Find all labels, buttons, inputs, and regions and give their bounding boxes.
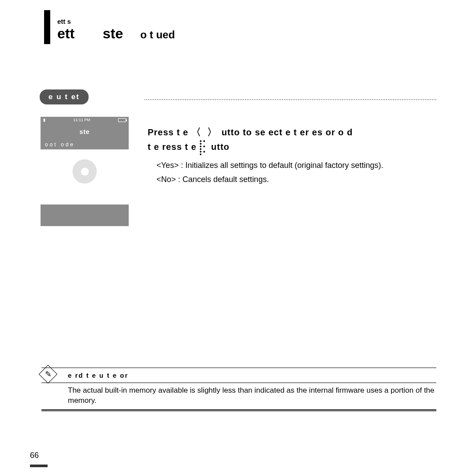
note-block: ✎ e rd t e u t e or The actual built-in … <box>41 368 436 411</box>
option-yes: <Yes> : Initializes all settings to defa… <box>156 159 436 173</box>
section-pill: e u t et <box>40 89 89 104</box>
note-title: e rd t e u t e or <box>41 368 436 383</box>
grid-button-icon: ● ● ●● ● ●● ● ● <box>200 140 208 156</box>
instruction-line2-pre: t e ress t e <box>148 142 200 152</box>
signal-icon: ▮ <box>43 118 45 122</box>
section-dots <box>145 99 436 100</box>
note-body: The actual built-in memory available is … <box>41 383 436 409</box>
device-status-bar: ▮ 11:11 PM <box>41 117 129 123</box>
device-time: 11:11 PM <box>73 118 90 122</box>
title-part-2: ste <box>103 26 123 41</box>
title-part-1: ett <box>57 26 74 41</box>
page-title: ett ste o t ued <box>57 26 175 42</box>
option-no: <No> : Cancels default settings. <box>156 173 436 187</box>
left-right-arrows-icon: 〈 〉 <box>191 126 219 138</box>
gear-icon <box>73 160 97 184</box>
page-number: 66 <box>30 451 39 460</box>
instruction-pre: Press t e <box>148 127 191 137</box>
title-continued: o t ued <box>140 29 175 41</box>
instruction-text: Press t e 〈 〉 utto to se ect e t er es o… <box>148 124 436 156</box>
description-list: <Yes> : Initializes all settings to defa… <box>156 159 436 186</box>
breadcrumb: ett s <box>57 18 71 25</box>
note-bottom-rule <box>41 410 436 411</box>
title-vertical-bar <box>44 10 50 44</box>
device-option-1: oot ode <box>41 140 129 149</box>
device-content-area <box>41 149 129 205</box>
footer-bar <box>30 465 48 467</box>
device-screen-title: ste <box>41 123 129 140</box>
battery-icon <box>118 118 126 122</box>
device-mockup: ▮ 11:11 PM ste oot ode <box>41 117 129 226</box>
instruction-mid: utto to se ect e t er es or o d <box>222 127 353 137</box>
pencil-icon: ✎ <box>45 369 52 379</box>
instruction-line2-post: utto <box>211 142 230 152</box>
